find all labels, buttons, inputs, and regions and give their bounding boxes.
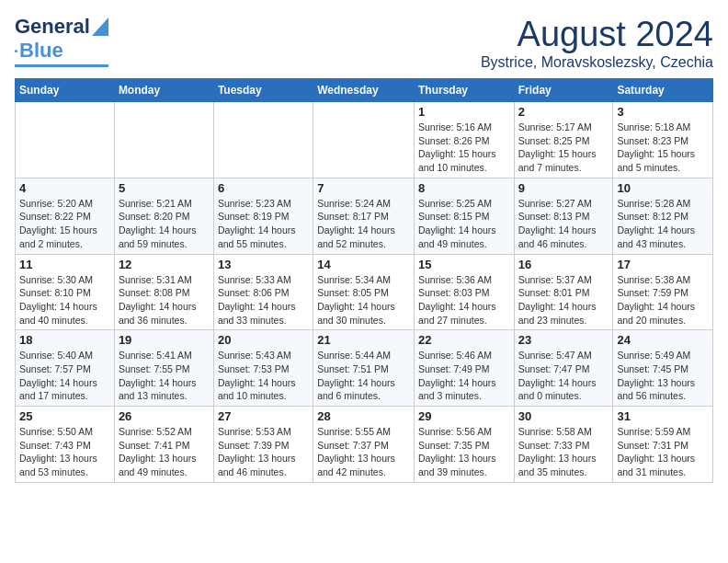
day-info: Sunrise: 5:46 AMSunset: 7:49 PMDaylight:… bbox=[418, 349, 510, 403]
day-number: 31 bbox=[617, 409, 709, 423]
day-info: Sunrise: 5:24 AMSunset: 8:17 PMDaylight:… bbox=[317, 197, 410, 251]
day-info: Sunrise: 5:36 AMSunset: 8:03 PMDaylight:… bbox=[418, 273, 510, 327]
day-header-sunday: Sunday bbox=[16, 79, 115, 102]
calendar-table: SundayMondayTuesdayWednesdayThursdayFrid… bbox=[15, 78, 713, 483]
calendar-cell: 12Sunrise: 5:31 AMSunset: 8:08 PMDayligh… bbox=[114, 254, 213, 330]
day-number: 8 bbox=[418, 181, 510, 195]
calendar-cell: 22Sunrise: 5:46 AMSunset: 7:49 PMDayligh… bbox=[414, 330, 514, 407]
calendar-cell: 17Sunrise: 5:38 AMSunset: 7:59 PMDayligh… bbox=[613, 254, 713, 330]
day-info: Sunrise: 5:49 AMSunset: 7:45 PMDaylight:… bbox=[617, 349, 709, 403]
day-info: Sunrise: 5:47 AMSunset: 7:47 PMDaylight:… bbox=[518, 349, 609, 403]
day-info: Sunrise: 5:50 AMSunset: 7:43 PMDaylight:… bbox=[19, 425, 110, 479]
calendar-cell: 21Sunrise: 5:44 AMSunset: 7:51 PMDayligh… bbox=[313, 330, 415, 407]
calendar-week-row: 11Sunrise: 5:30 AMSunset: 8:10 PMDayligh… bbox=[16, 254, 713, 330]
day-info: Sunrise: 5:21 AMSunset: 8:20 PMDaylight:… bbox=[119, 197, 210, 251]
calendar-cell: 24Sunrise: 5:49 AMSunset: 7:45 PMDayligh… bbox=[613, 330, 713, 407]
day-number: 9 bbox=[518, 181, 609, 195]
day-info: Sunrise: 5:18 AMSunset: 8:23 PMDaylight:… bbox=[617, 121, 709, 175]
day-header-saturday: Saturday bbox=[613, 79, 713, 102]
logo-triangle-icon bbox=[92, 17, 108, 36]
calendar-cell: 15Sunrise: 5:36 AMSunset: 8:03 PMDayligh… bbox=[414, 254, 514, 330]
day-number: 1 bbox=[418, 105, 510, 119]
day-header-monday: Monday bbox=[114, 79, 213, 102]
day-info: Sunrise: 5:30 AMSunset: 8:10 PMDaylight:… bbox=[19, 273, 110, 327]
svg-marker-0 bbox=[92, 17, 108, 36]
day-number: 19 bbox=[119, 333, 210, 347]
calendar-cell: 28Sunrise: 5:55 AMSunset: 7:37 PMDayligh… bbox=[313, 407, 415, 483]
calendar-cell: 25Sunrise: 5:50 AMSunset: 7:43 PMDayligh… bbox=[16, 407, 115, 483]
day-number: 7 bbox=[317, 181, 410, 195]
calendar-cell: 13Sunrise: 5:33 AMSunset: 8:06 PMDayligh… bbox=[213, 254, 313, 330]
day-number: 15 bbox=[418, 258, 510, 271]
day-info: Sunrise: 5:44 AMSunset: 7:51 PMDaylight:… bbox=[317, 349, 410, 403]
day-number: 17 bbox=[617, 258, 709, 271]
header: General Blue August 2024 Bystrice, Morav… bbox=[15, 15, 713, 71]
day-info: Sunrise: 5:38 AMSunset: 7:59 PMDaylight:… bbox=[617, 273, 709, 327]
day-info: Sunrise: 5:25 AMSunset: 8:15 PMDaylight:… bbox=[418, 197, 510, 251]
calendar-cell: 9Sunrise: 5:27 AMSunset: 8:13 PMDaylight… bbox=[514, 178, 613, 254]
main-title: August 2024 bbox=[481, 15, 713, 54]
calendar-week-row: 25Sunrise: 5:50 AMSunset: 7:43 PMDayligh… bbox=[16, 407, 713, 483]
calendar-cell: 3Sunrise: 5:18 AMSunset: 8:23 PMDaylight… bbox=[613, 102, 713, 178]
calendar-cell: 20Sunrise: 5:43 AMSunset: 7:53 PMDayligh… bbox=[213, 330, 313, 407]
day-info: Sunrise: 5:28 AMSunset: 8:12 PMDaylight:… bbox=[617, 197, 709, 251]
calendar-cell bbox=[114, 102, 213, 178]
day-number: 5 bbox=[119, 181, 210, 195]
day-info: Sunrise: 5:23 AMSunset: 8:19 PMDaylight:… bbox=[218, 197, 309, 251]
day-info: Sunrise: 5:58 AMSunset: 7:33 PMDaylight:… bbox=[518, 425, 609, 479]
day-info: Sunrise: 5:59 AMSunset: 7:31 PMDaylight:… bbox=[617, 425, 709, 479]
logo-text: General bbox=[15, 15, 90, 39]
calendar-week-row: 4Sunrise: 5:20 AMSunset: 8:22 PMDaylight… bbox=[16, 178, 713, 254]
calendar-cell: 30Sunrise: 5:58 AMSunset: 7:33 PMDayligh… bbox=[514, 407, 613, 483]
calendar-cell: 5Sunrise: 5:21 AMSunset: 8:20 PMDaylight… bbox=[114, 178, 213, 254]
calendar-cell: 18Sunrise: 5:40 AMSunset: 7:57 PMDayligh… bbox=[16, 330, 115, 407]
day-info: Sunrise: 5:17 AMSunset: 8:25 PMDaylight:… bbox=[518, 121, 609, 175]
logo-blue-text: Blue bbox=[19, 39, 63, 63]
day-number: 26 bbox=[119, 409, 210, 423]
day-info: Sunrise: 5:16 AMSunset: 8:26 PMDaylight:… bbox=[418, 121, 510, 175]
calendar-cell: 19Sunrise: 5:41 AMSunset: 7:55 PMDayligh… bbox=[114, 330, 213, 407]
day-number: 12 bbox=[119, 258, 210, 271]
day-header-tuesday: Tuesday bbox=[213, 79, 313, 102]
day-number: 14 bbox=[317, 258, 410, 271]
calendar-cell: 10Sunrise: 5:28 AMSunset: 8:12 PMDayligh… bbox=[613, 178, 713, 254]
calendar-cell bbox=[313, 102, 415, 178]
day-number: 16 bbox=[518, 258, 609, 271]
calendar-cell bbox=[213, 102, 313, 178]
day-info: Sunrise: 5:52 AMSunset: 7:41 PMDaylight:… bbox=[119, 425, 210, 479]
day-info: Sunrise: 5:31 AMSunset: 8:08 PMDaylight:… bbox=[119, 273, 210, 327]
day-info: Sunrise: 5:43 AMSunset: 7:53 PMDaylight:… bbox=[218, 349, 309, 403]
day-number: 3 bbox=[617, 105, 709, 119]
day-info: Sunrise: 5:40 AMSunset: 7:57 PMDaylight:… bbox=[19, 349, 110, 403]
calendar-week-row: 1Sunrise: 5:16 AMSunset: 8:26 PMDaylight… bbox=[16, 102, 713, 178]
calendar-cell: 26Sunrise: 5:52 AMSunset: 7:41 PMDayligh… bbox=[114, 407, 213, 483]
day-number: 28 bbox=[317, 409, 410, 423]
day-info: Sunrise: 5:41 AMSunset: 7:55 PMDaylight:… bbox=[119, 349, 210, 403]
calendar-cell: 16Sunrise: 5:37 AMSunset: 8:01 PMDayligh… bbox=[514, 254, 613, 330]
calendar-cell: 11Sunrise: 5:30 AMSunset: 8:10 PMDayligh… bbox=[16, 254, 115, 330]
day-info: Sunrise: 5:20 AMSunset: 8:22 PMDaylight:… bbox=[19, 197, 110, 251]
day-number: 4 bbox=[19, 181, 110, 195]
day-number: 11 bbox=[19, 258, 110, 271]
day-info: Sunrise: 5:37 AMSunset: 8:01 PMDaylight:… bbox=[518, 273, 609, 327]
logo: General Blue bbox=[15, 15, 108, 67]
calendar-cell: 31Sunrise: 5:59 AMSunset: 7:31 PMDayligh… bbox=[613, 407, 713, 483]
day-number: 22 bbox=[418, 333, 510, 347]
day-info: Sunrise: 5:27 AMSunset: 8:13 PMDaylight:… bbox=[518, 197, 609, 251]
day-number: 10 bbox=[617, 181, 709, 195]
calendar-cell: 14Sunrise: 5:34 AMSunset: 8:05 PMDayligh… bbox=[313, 254, 415, 330]
calendar-cell: 23Sunrise: 5:47 AMSunset: 7:47 PMDayligh… bbox=[514, 330, 613, 407]
title-area: August 2024 Bystrice, Moravskoslezsky, C… bbox=[481, 15, 713, 71]
day-number: 6 bbox=[218, 181, 309, 195]
day-info: Sunrise: 5:34 AMSunset: 8:05 PMDaylight:… bbox=[317, 273, 410, 327]
day-number: 13 bbox=[218, 258, 309, 271]
day-number: 2 bbox=[518, 105, 609, 119]
day-number: 18 bbox=[19, 333, 110, 347]
day-info: Sunrise: 5:33 AMSunset: 8:06 PMDaylight:… bbox=[218, 273, 309, 327]
day-header-friday: Friday bbox=[514, 79, 613, 102]
day-info: Sunrise: 5:55 AMSunset: 7:37 PMDaylight:… bbox=[317, 425, 410, 479]
day-number: 21 bbox=[317, 333, 410, 347]
subtitle: Bystrice, Moravskoslezsky, Czechia bbox=[481, 54, 713, 71]
calendar-cell: 7Sunrise: 5:24 AMSunset: 8:17 PMDaylight… bbox=[313, 178, 415, 254]
day-number: 29 bbox=[418, 409, 510, 423]
